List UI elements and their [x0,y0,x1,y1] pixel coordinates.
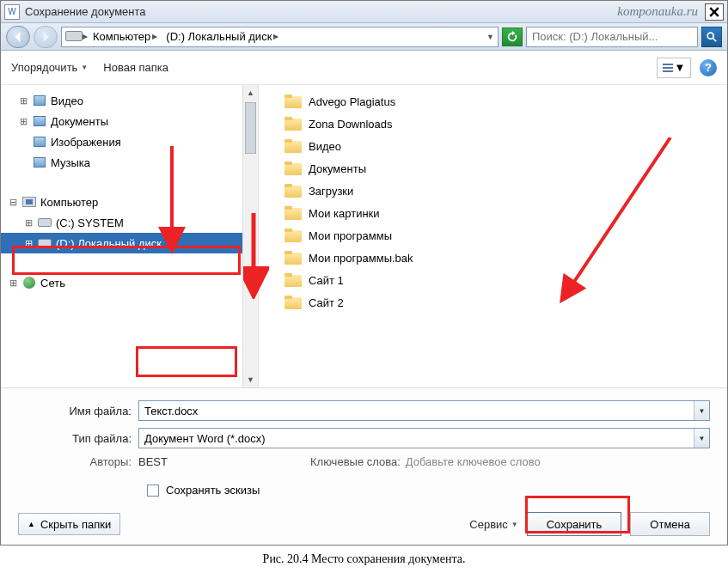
organize-menu[interactable]: Упорядочить ▼ [11,61,88,74]
list-item[interactable]: Загрузки [259,180,727,202]
chevron-down-icon: ▼ [81,64,88,71]
filetype-dropdown[interactable]: ▼ [694,429,709,448]
library-icon [32,155,47,169]
tree-label: Музыка [51,156,90,169]
keywords-hint[interactable]: Добавьте ключевое слово [406,455,541,468]
scroll-down-icon[interactable]: ▼ [243,372,258,387]
tree-scrollbar[interactable]: ▲ ▼ [242,85,258,387]
refresh-icon [506,31,518,43]
filetype-field[interactable]: ▼ [138,428,710,448]
tree-label: Изображения [51,136,121,149]
chevron-right-icon: ▶ [152,33,157,40]
search-icon [706,31,718,43]
library-icon [32,94,47,107]
filename-label: Имя файла: [18,405,138,418]
drive-icon [37,236,52,250]
tree-label: Компьютер [40,196,98,209]
tree-node-computer[interactable]: ⊟ Компьютер [1,192,258,212]
scroll-up-icon[interactable]: ▲ [243,85,258,101]
breadcrumb-segment-computer[interactable]: Компьютер ▶ [89,28,161,46]
arrow-right-icon [40,32,51,42]
authors-label: Авторы: [18,455,138,468]
file-name: Advego Plagiatus [309,95,395,108]
close-icon [709,7,719,17]
hide-folders-button[interactable]: ▲ Скрыть папки [18,513,120,535]
save-thumbnails-label: Сохранять эскизы [166,484,260,497]
nav-forward-button[interactable] [34,26,58,48]
refresh-button[interactable] [502,27,523,46]
chevron-up-icon: ▲ [28,520,35,528]
cancel-button[interactable]: Отмена [630,512,710,536]
search-button[interactable] [701,27,722,47]
file-name: Zona Downloads [309,118,393,131]
app-icon: W [4,4,20,20]
breadcrumb[interactable]: ▶ Компьютер ▶ (D:) Локальный диск ▶ ▼ [61,27,499,47]
tree-node-music[interactable]: Музыка [1,152,258,173]
list-item[interactable]: Мои программы.bak [259,247,727,269]
search-box[interactable] [526,27,698,47]
tree-node-drive-c[interactable]: ⊞ (C:) SYSTEM [1,212,258,233]
library-icon [32,135,47,149]
folder-icon [284,251,302,265]
window-title: Сохранение документа [25,5,146,18]
figure-caption: Рис. 20.4 Место сохранения документа. [0,546,728,566]
save-dialog-window: W Сохранение документа komponauka.ru ▶ К… [0,0,728,546]
list-item[interactable]: Мои картинки [259,202,727,224]
list-item[interactable]: Мои программы [259,224,727,247]
new-folder-label: Новая папка [103,61,168,74]
address-bar: ▶ Компьютер ▶ (D:) Локальный диск ▶ ▼ [1,23,727,51]
tree-label: (C:) SYSTEM [56,216,124,229]
scroll-thumb[interactable] [245,102,256,154]
chevron-down-icon: ▼ [699,407,706,415]
tools-label: Сервис [469,518,508,531]
hide-folders-label: Скрыть папки [40,518,111,531]
file-list: Advego Plagiatus Zona Downloads Видео До… [259,85,727,387]
filename-input[interactable] [139,401,694,420]
tools-menu[interactable]: Сервис ▼ [469,518,517,531]
help-button[interactable]: ? [700,59,717,76]
list-item[interactable]: Zona Downloads [259,113,727,135]
tree-node-network[interactable]: ⊞ Сеть [1,272,258,293]
tree-node-videos[interactable]: ⊞ Видео [1,90,258,111]
arrow-left-icon [13,32,23,42]
list-item[interactable]: Advego Plagiatus [259,90,727,113]
tree-label: (D:) Локальный диск [56,237,162,250]
close-button[interactable] [705,3,724,21]
save-thumbnails-checkbox[interactable] [147,485,159,497]
organize-label: Упорядочить [11,61,77,74]
toolbar: Упорядочить ▼ Новая папка ▼ ? [1,51,727,85]
search-input[interactable] [530,29,694,44]
computer-icon [21,195,37,209]
folder-icon [284,162,302,175]
change-view-button[interactable]: ▼ [657,58,691,78]
file-name: Загрузки [309,185,353,198]
breadcrumb-label: (D:) Локальный диск [166,30,272,43]
list-item[interactable]: Сайт 2 [259,291,727,314]
title-bar: W Сохранение документа komponauka.ru [1,1,727,23]
filetype-input[interactable] [139,429,694,448]
chevron-down-icon: ▼ [675,61,686,74]
list-item[interactable]: Сайт 1 [259,269,727,291]
filename-dropdown[interactable]: ▼ [694,401,709,420]
tree-node-documents[interactable]: ⊞ Документы [1,111,258,131]
list-item[interactable]: Видео [259,135,727,157]
breadcrumb-segment-drive[interactable]: (D:) Локальный диск ▶ [162,28,282,46]
tree-node-drive-d[interactable]: ⊞ (D:) Локальный диск [1,233,258,253]
filename-field[interactable]: ▼ [138,400,710,421]
save-button[interactable]: Сохранить [527,512,622,536]
nav-back-button[interactable] [6,26,30,48]
chevron-down-icon[interactable]: ▼ [486,33,494,41]
chevron-down-icon: ▼ [699,435,706,442]
tree-label: Документы [51,115,108,128]
tree-node-pictures[interactable]: Изображения [1,131,258,152]
list-item[interactable]: Документы [259,157,727,180]
authors-value[interactable]: BEST [138,455,310,468]
new-folder-button[interactable]: Новая папка [103,61,168,74]
main-area: ⊞ Видео ⊞ Документы Изображения Музыка [1,85,727,387]
network-icon [21,276,37,290]
navigation-tree: ⊞ Видео ⊞ Документы Изображения Музыка [1,85,259,387]
form-panel: Имя файла: ▼ Тип файла: ▼ Авторы: BEST К… [1,387,727,545]
file-name: Сайт 2 [309,296,344,309]
file-name: Мои программы [309,229,392,242]
drive-icon [37,216,52,229]
